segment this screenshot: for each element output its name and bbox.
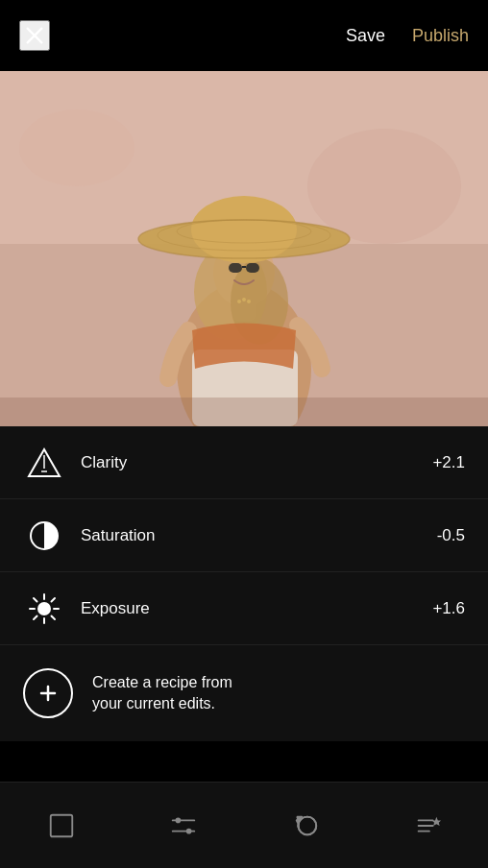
sliders-icon bbox=[169, 811, 198, 840]
adjustments-panel: Clarity +2.1 Saturation -0.5 bbox=[0, 426, 488, 645]
nav-adjustments[interactable] bbox=[155, 797, 212, 855]
recipe-section: Create a recipe from your current edits. bbox=[0, 645, 488, 741]
plus-icon bbox=[37, 682, 60, 705]
publish-button[interactable]: Publish bbox=[412, 26, 469, 46]
svg-point-29 bbox=[37, 602, 51, 615]
exposure-row[interactable]: Exposure +1.6 bbox=[0, 572, 488, 645]
svg-line-34 bbox=[34, 598, 37, 602]
svg-line-35 bbox=[52, 615, 56, 619]
top-right-actions: Save Publish bbox=[346, 26, 469, 46]
nav-frames[interactable] bbox=[33, 797, 90, 855]
svg-rect-40 bbox=[50, 814, 72, 836]
close-icon bbox=[24, 25, 45, 46]
svg-point-6 bbox=[307, 129, 461, 244]
svg-line-37 bbox=[34, 615, 37, 619]
svg-rect-24 bbox=[0, 398, 488, 426]
nav-history[interactable] bbox=[277, 797, 334, 855]
history-icon bbox=[291, 811, 320, 840]
svg-rect-14 bbox=[246, 263, 259, 273]
exposure-icon-container bbox=[23, 588, 65, 630]
svg-point-5 bbox=[19, 109, 134, 186]
close-button[interactable] bbox=[19, 20, 50, 51]
frames-icon bbox=[47, 811, 76, 840]
photo-svg bbox=[0, 71, 488, 426]
nav-recipes[interactable] bbox=[399, 797, 456, 855]
bottom-nav bbox=[0, 782, 488, 868]
clarity-icon bbox=[27, 446, 61, 480]
saturation-row[interactable]: Saturation -0.5 bbox=[0, 499, 488, 572]
saturation-label: Saturation bbox=[81, 526, 437, 545]
svg-point-22 bbox=[242, 298, 246, 301]
photo-area bbox=[0, 71, 488, 426]
svg-line-36 bbox=[52, 598, 56, 602]
save-button[interactable]: Save bbox=[346, 26, 385, 46]
recipe-description: Create a recipe from your current edits. bbox=[92, 672, 232, 715]
svg-point-23 bbox=[247, 300, 251, 303]
exposure-value: +1.6 bbox=[432, 599, 465, 618]
recipes-icon bbox=[413, 811, 442, 840]
photo-image bbox=[0, 71, 488, 426]
saturation-icon bbox=[27, 518, 61, 553]
svg-point-43 bbox=[175, 817, 181, 823]
exposure-label: Exposure bbox=[81, 599, 432, 618]
clarity-value: +2.1 bbox=[432, 453, 465, 472]
svg-point-21 bbox=[237, 300, 241, 303]
svg-marker-50 bbox=[431, 816, 440, 825]
create-recipe-button[interactable] bbox=[23, 668, 73, 718]
svg-point-44 bbox=[185, 828, 191, 833]
clarity-icon-container bbox=[23, 442, 65, 484]
exposure-icon bbox=[27, 591, 61, 626]
svg-point-17 bbox=[191, 196, 297, 263]
saturation-icon-container bbox=[23, 515, 65, 557]
svg-rect-13 bbox=[229, 263, 242, 273]
top-bar: Save Publish bbox=[0, 0, 488, 71]
clarity-row[interactable]: Clarity +2.1 bbox=[0, 426, 488, 499]
saturation-value: -0.5 bbox=[437, 526, 465, 545]
clarity-label: Clarity bbox=[81, 453, 432, 472]
